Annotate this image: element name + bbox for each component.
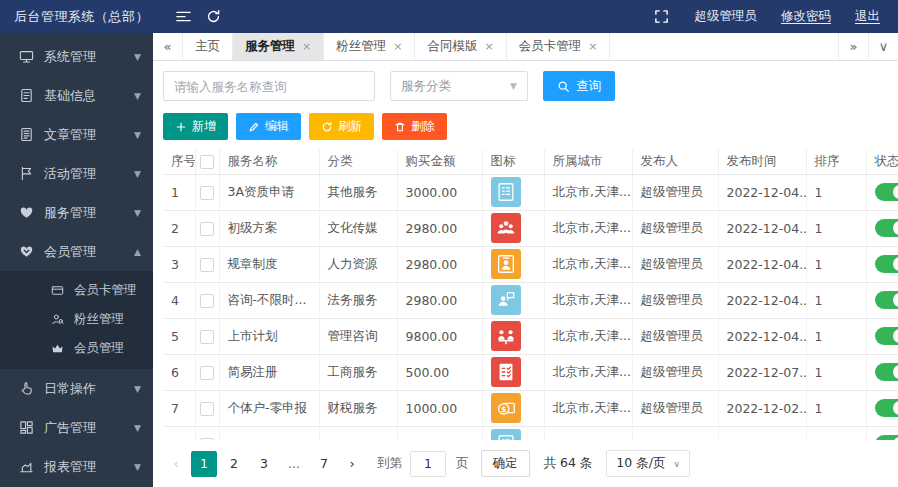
edit-button[interactable]: 编辑 [236,113,301,140]
status-toggle[interactable] [875,327,898,345]
cell-amount: 3000.00 [397,174,482,210]
tab[interactable]: 会员卡管理 × [507,33,611,60]
cell-category: 管理咨询 [319,318,397,354]
page-size-select[interactable]: 10 条/页 ∨ [606,450,690,477]
status-toggle[interactable] [875,435,898,440]
coin-icon: $ [491,393,521,423]
row-checkbox[interactable] [200,294,214,308]
cell-publisher: 超级管理员 [632,282,718,318]
tab[interactable]: 合同模版 × [415,33,506,60]
prev-page-icon[interactable]: ‹ [165,451,187,477]
status-toggle[interactable] [875,399,898,417]
tab[interactable]: 服务管理 × [233,33,324,60]
sidebar-item[interactable]: 日常操作 ▼ [0,369,153,408]
row-checkbox[interactable] [200,366,214,380]
people-group-icon [491,213,521,243]
next-page-icon[interactable]: › [341,451,363,477]
cell-icon [482,210,544,246]
confirm-page-button[interactable]: 确定 [481,450,530,477]
change-password-link[interactable]: 修改密码 [781,8,831,25]
sidebar-item[interactable]: 广告管理 ▼ [0,408,153,447]
tab-close-icon[interactable]: × [302,40,311,53]
page-number[interactable]: 7 [311,451,337,477]
row-checkbox[interactable] [200,186,214,200]
table-toolbar: 新增 编辑 刷新 删除 [163,113,898,140]
tabs-menu-chevron-icon[interactable]: ∨ [868,33,898,60]
sidebar-item[interactable]: 服务管理 ▼ [0,193,153,232]
tab[interactable]: 主页 [183,33,233,60]
query-button[interactable]: 查询 [543,71,615,101]
add-button[interactable]: 新增 [163,113,228,140]
cell-publish-time: 2022-12-04... [718,210,806,246]
cell-checkbox [195,318,219,354]
cell-index: 6 [163,354,195,390]
cell-service-name: 咨询-不限时... [219,282,319,318]
sidebar-item[interactable]: 会员管理 ▲ [0,232,153,271]
cell-city: 北京市,天津... [544,390,632,426]
cell-status [866,282,898,318]
checklist-icon [491,357,521,387]
refresh-button[interactable]: 刷新 [309,113,374,140]
page-number[interactable]: 2 [221,451,247,477]
header-index: 序号 [163,149,195,174]
tabs-scroll-right-icon[interactable]: » [838,33,868,60]
article-icon [18,127,34,143]
cell-service-name: 上市计划 [219,318,319,354]
sidebar-item[interactable]: 系统管理 ▼ [0,37,153,76]
cell-checkbox [195,426,219,440]
goto-page-input[interactable] [410,451,446,477]
cell-category: 法务服务 [319,282,397,318]
status-toggle[interactable] [875,219,898,237]
sidebar-item[interactable]: 活动管理 ▼ [0,154,153,193]
refresh-page-icon[interactable] [198,0,228,33]
fullscreen-icon[interactable] [653,0,671,33]
content: 服务分类 ▼ 查询 新增 编辑 [153,61,898,487]
row-checkbox[interactable] [200,438,214,440]
status-toggle[interactable] [875,255,898,273]
tab-close-icon[interactable]: × [484,40,493,53]
sidebar-subitem[interactable]: 会员卡管理 [0,276,153,305]
tab-close-icon[interactable]: × [393,40,402,53]
hand-icon [18,381,34,397]
sidebar-item[interactable]: 报表管理 ▼ [0,447,153,486]
service-name-search-input[interactable] [163,71,375,101]
svg-text:$: $ [500,405,505,414]
status-toggle[interactable] [875,183,898,201]
tab-close-icon[interactable]: × [588,40,597,53]
cell-publish-time: 2022-12-04... [718,282,806,318]
cell-checkbox [195,354,219,390]
member-heart-icon [18,244,34,260]
select-all-checkbox[interactable] [200,155,214,169]
header-publisher: 发布人 [632,149,718,174]
row-checkbox[interactable] [200,222,214,236]
table-row: 4 咨询-不限时... 法务服务 2980.00 北京市,天津... 超级管理员… [163,282,898,318]
row-checkbox[interactable] [200,330,214,344]
logout-link[interactable]: 退出 [855,8,880,25]
cell-city: 北京市,天津... [544,318,632,354]
status-toggle[interactable] [875,363,898,381]
sidebar-item[interactable]: 基础信息 ▼ [0,76,153,115]
row-checkbox[interactable] [200,402,214,416]
sidebar-item[interactable]: 文章管理 ▼ [0,115,153,154]
tabs-scroll-left-icon[interactable]: « [153,33,183,60]
page-number[interactable]: 1 [191,451,217,477]
cell-icon [482,354,544,390]
sidebar-subitem[interactable]: 会员管理 [0,334,153,363]
info-doc-icon [18,88,34,104]
cell-icon: $ [482,390,544,426]
cell-checkbox [195,174,219,210]
refresh-icon [321,121,333,133]
cell-publisher: 超级管理员 [632,210,718,246]
row-checkbox[interactable] [200,258,214,272]
tab[interactable]: 粉丝管理 × [324,33,415,60]
chevron-down-icon: ▼ [510,81,517,91]
status-toggle[interactable] [875,291,898,309]
cell-index [163,426,195,440]
delete-button[interactable]: 删除 [382,113,447,140]
collapse-sidebar-icon[interactable] [168,0,198,33]
cell-icon [482,174,544,210]
service-category-select[interactable]: 服务分类 ▼ [390,71,528,101]
page-number[interactable]: 3 [251,451,277,477]
sidebar-subitem[interactable]: 粉丝管理 [0,305,153,334]
cell-checkbox [195,390,219,426]
